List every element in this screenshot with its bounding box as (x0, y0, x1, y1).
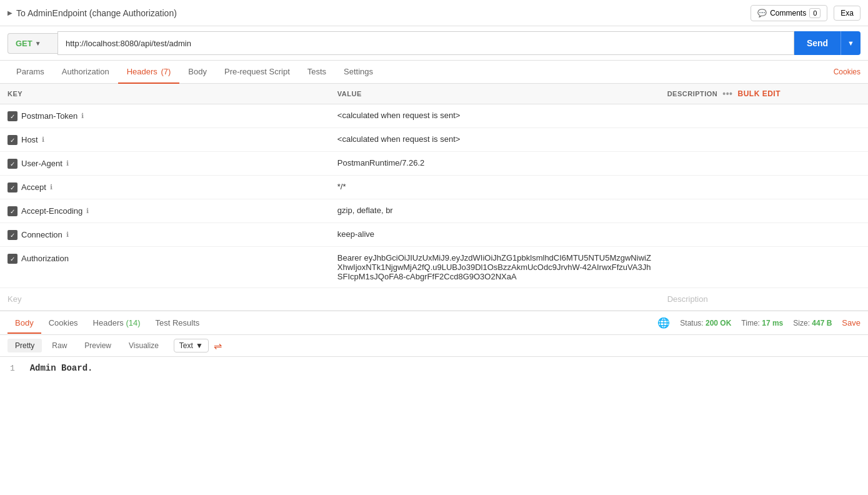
resp-tab-body[interactable]: Body (7, 313, 41, 334)
url-bar: GET ▼ Send ▼ (0, 26, 868, 61)
response-content: Admin Board. (30, 363, 93, 373)
line-number: 1 (10, 364, 15, 373)
resp-tab-headers[interactable]: Headers (14) (86, 313, 148, 334)
info-icon[interactable]: ℹ (81, 112, 84, 120)
cookies-link[interactable]: Cookies (834, 68, 861, 76)
resp-tab-test-results[interactable]: Test Results (148, 313, 207, 334)
response-status-area: 🌐 Status: 200 OK Time: 17 ms Size: 447 B… (657, 317, 861, 329)
table-row: KeyDescription (0, 288, 868, 311)
fmt-tab-pretty[interactable]: Pretty (7, 339, 42, 352)
bulk-edit-button[interactable]: Bulk Edit (738, 89, 781, 98)
table-row: AuthorizationBearer eyJhbGciOiJIUzUxMiJ9… (0, 247, 868, 288)
header-value[interactable]: PostmanRuntime/7.26.2 (337, 158, 424, 168)
size-value: 447 B (812, 319, 832, 328)
size-area: Size: 447 B (793, 319, 832, 328)
status-label: Status: 200 OK (680, 319, 731, 328)
text-format-dropdown[interactable]: Text ▼ (174, 339, 209, 352)
table-row: Accept-Encodingℹgzip, deflate, br (0, 199, 868, 223)
examples-label: Exa (841, 9, 854, 18)
response-area: Body Cookies Headers (14) Test Results 🌐… (0, 311, 868, 423)
top-bar-title-area: ▶ To AdminEndpoint (change Authorization… (7, 8, 177, 18)
save-response-button[interactable]: Save (842, 318, 861, 328)
status-value: 200 OK (706, 319, 731, 328)
response-body: 1 Admin Board. (0, 357, 868, 423)
tab-params[interactable]: Params (7, 61, 53, 84)
header-key[interactable]: Accept (21, 182, 46, 192)
header-key[interactable]: Key (7, 294, 21, 304)
send-dropdown-arrow[interactable]: ▼ (841, 39, 861, 47)
header-checkbox[interactable] (7, 135, 17, 145)
request-tabs: Params Authorization Headers (7) Body Pr… (0, 61, 868, 84)
arrow-icon: ▶ (7, 9, 12, 16)
time-value: 17 ms (762, 319, 783, 328)
header-checkbox[interactable] (7, 254, 17, 264)
header-key[interactable]: Accept-Encoding (21, 206, 82, 216)
response-tabs: Body Cookies Headers (14) Test Results 🌐… (0, 311, 868, 335)
table-row: User-AgentℹPostmanRuntime/7.26.2 (0, 152, 868, 176)
col-desc-header: DESCRIPTION ••• Bulk Edit (660, 84, 868, 104)
header-value[interactable]: */* (337, 182, 346, 191)
fmt-tab-visualize[interactable]: Visualize (121, 339, 166, 352)
chevron-down-icon: ▼ (35, 40, 41, 47)
col-value-header: VALUE (330, 84, 660, 104)
comments-badge: 0 (809, 8, 821, 18)
header-checkbox[interactable] (7, 159, 17, 169)
method-label: GET (16, 39, 32, 48)
header-value[interactable]: <calculated when request is sent> (337, 134, 461, 144)
header-key[interactable]: Host (21, 135, 38, 144)
more-options-icon[interactable]: ••• (722, 89, 732, 99)
header-key[interactable]: User-Agent (21, 159, 62, 168)
text-format-label: Text (179, 341, 193, 350)
tab-headers[interactable]: Headers (7) (118, 61, 180, 84)
col-key-header: KEY (0, 84, 330, 104)
comments-label: Comments (770, 9, 806, 18)
info-icon[interactable]: ℹ (66, 231, 69, 239)
header-checkbox[interactable] (7, 111, 17, 121)
header-checkbox[interactable] (7, 206, 17, 216)
header-value[interactable]: keep-alive (337, 229, 374, 239)
header-value[interactable]: Bearer eyJhbGciOiJIUzUxMiJ9.eyJzdWIiOiJh… (337, 253, 652, 281)
table-row: Connectionℹkeep-alive (0, 223, 868, 247)
table-row: Hostℹ<calculated when request is sent> (0, 128, 868, 152)
comments-button[interactable]: 💬 Comments 0 (751, 5, 827, 21)
header-value[interactable]: gzip, deflate, br (337, 206, 393, 215)
send-button[interactable]: Send ▼ (794, 31, 861, 55)
info-icon[interactable]: ℹ (86, 207, 89, 215)
header-value[interactable]: <calculated when request is sent> (337, 111, 461, 120)
format-tabs: Pretty Raw Preview Visualize Text ▼ ⇌ (0, 335, 868, 357)
request-title: To AdminEndpoint (change Authorization) (16, 8, 177, 18)
top-bar: ▶ To AdminEndpoint (change Authorization… (0, 0, 868, 26)
header-checkbox[interactable] (7, 182, 17, 192)
tab-authorization[interactable]: Authorization (53, 61, 118, 84)
send-label: Send (794, 38, 841, 48)
table-row: Acceptℹ*/* (0, 176, 868, 199)
url-input[interactable] (57, 31, 794, 55)
comment-icon: 💬 (757, 9, 767, 18)
tab-tests[interactable]: Tests (299, 61, 335, 84)
top-bar-actions: 💬 Comments 0 Exa (751, 5, 861, 21)
method-dropdown[interactable]: GET ▼ (7, 33, 57, 54)
tab-prerequest[interactable]: Pre-request Script (216, 61, 299, 84)
header-checkbox[interactable] (7, 230, 17, 240)
globe-icon: 🌐 (657, 317, 670, 329)
headers-section: KEY VALUE DESCRIPTION ••• Bulk Edit Post… (0, 84, 868, 311)
info-icon[interactable]: ℹ (42, 136, 44, 144)
resp-tab-cookies[interactable]: Cookies (41, 313, 86, 334)
header-key[interactable]: Authorization (21, 254, 69, 263)
tab-settings[interactable]: Settings (335, 61, 382, 84)
header-desc[interactable]: Description (667, 294, 708, 304)
header-key[interactable]: Connection (21, 230, 62, 239)
headers-table: KEY VALUE DESCRIPTION ••• Bulk Edit Post… (0, 84, 868, 311)
info-icon[interactable]: ℹ (66, 159, 69, 168)
info-icon[interactable]: ℹ (50, 183, 52, 191)
fmt-tab-preview[interactable]: Preview (77, 339, 119, 352)
table-row: Postman-Tokenℹ<calculated when request i… (0, 104, 868, 128)
examples-button[interactable]: Exa (834, 6, 861, 21)
wrap-text-icon[interactable]: ⇌ (214, 340, 222, 352)
time-area: Time: 17 ms (741, 319, 783, 328)
tab-body[interactable]: Body (179, 61, 216, 84)
text-dropdown-arrow: ▼ (196, 341, 203, 350)
header-key[interactable]: Postman-Token (21, 111, 77, 121)
fmt-tab-raw[interactable]: Raw (44, 339, 74, 352)
